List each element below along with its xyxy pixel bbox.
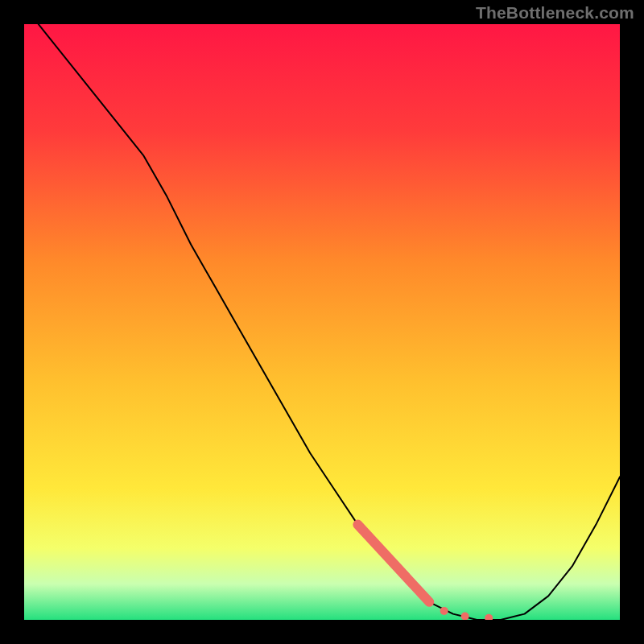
chart-frame: TheBottleneck.com (0, 0, 644, 644)
critical-dot-0 (440, 607, 448, 615)
bottleneck-chart (24, 24, 620, 620)
gradient-background (24, 24, 620, 620)
watermark-text: TheBottleneck.com (476, 3, 634, 23)
